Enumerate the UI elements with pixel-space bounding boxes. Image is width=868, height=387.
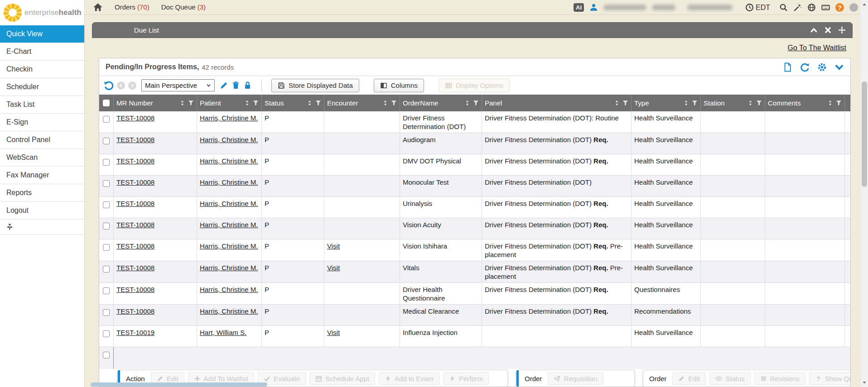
search-icon[interactable] [779,3,788,12]
perspective-select[interactable]: Main Perspective [141,79,215,91]
sort-icon[interactable] [307,100,312,106]
column-header-encounter[interactable]: Encounter [324,95,400,111]
patient-link[interactable]: Harris, Christine M. [200,136,258,143]
trash-icon[interactable] [231,81,240,90]
chevron-left-icon[interactable] [117,81,125,90]
patient-link[interactable]: Harris, Christine M. [200,178,258,186]
nav-item-doc-queue[interactable]: Doc Queue (3) [161,3,206,11]
mr-number-link[interactable]: TEST-10008 [116,136,154,143]
column-header-station[interactable]: Station [701,95,765,111]
mr-number-link[interactable]: TEST-10008 [116,200,154,207]
pencil-icon[interactable] [220,81,228,90]
scroll-up-icon[interactable] [862,2,867,7]
row-checkbox[interactable] [103,309,110,316]
home-icon[interactable] [93,2,103,12]
mr-number-link[interactable]: TEST-10008 [116,242,154,250]
patient-link[interactable]: Harris, Christine M. [200,286,258,293]
sidebar-item-e-sign[interactable]: E-Sign [0,114,84,131]
sort-icon[interactable] [383,100,388,106]
sidebar-item-scheduler[interactable]: Scheduler [0,78,84,96]
table-row[interactable]: TEST-10008Harris, Christine M.PVision Ac… [99,218,850,239]
mr-number-link[interactable]: TEST-10008 [116,178,154,186]
window-titlebar[interactable]: Due List [92,22,853,38]
filter-icon[interactable] [473,100,479,106]
table-row[interactable]: TEST-10008Harris, Christine M.PDMV DOT P… [99,154,850,176]
column-header-panel[interactable]: Panel [482,95,632,111]
patient-link[interactable]: Harris, Christine M. [200,221,258,229]
table-row[interactable]: TEST-10008Harris, Christine M.PVisitVita… [99,261,850,283]
schedule-appt-button[interactable]: Schedule Appt [309,372,375,385]
sidebar-item-reports[interactable]: Reports [0,184,84,202]
sidebar-item-quick-view[interactable]: Quick View [0,25,84,43]
edit-button[interactable]: Edit [672,372,706,385]
mr-number-link[interactable]: TEST-10008 [116,157,154,165]
undo-icon[interactable] [104,81,114,91]
close-icon[interactable] [824,26,832,34]
help-icon[interactable]: ? [835,3,844,12]
chevron-right-icon[interactable] [128,81,136,90]
encounter-link[interactable]: Visit [327,242,340,250]
sort-icon[interactable] [614,100,619,106]
avatar[interactable] [849,3,858,12]
filter-icon[interactable] [622,100,628,106]
sidebar-item-logout[interactable]: Logout [0,202,84,220]
refresh-icon[interactable] [800,62,810,72]
table-row[interactable]: TEST-10008Harris, Christine M.PAudiogram… [99,133,850,154]
lock-icon[interactable] [243,81,252,90]
add-to-exam-button[interactable]: Add to Exam [379,372,439,385]
gear-icon[interactable] [817,62,827,72]
pin-icon[interactable] [6,224,13,230]
sidebar-item-task-list[interactable]: Task List [0,96,84,114]
table-row[interactable]: TEST-10008Harris, Christine M.PUrinalysi… [99,197,850,218]
patient-link[interactable]: Harris, Christine M. [200,157,258,165]
vertical-scrollbar[interactable] [861,0,868,387]
row-checkbox[interactable] [103,352,110,358]
collapse-icon[interactable] [810,26,818,34]
perform-button[interactable]: Perform [443,372,489,385]
mr-number-link[interactable]: TEST-10008 [116,286,154,293]
horizontal-scrollbar-thumb[interactable] [91,382,267,387]
filter-icon[interactable] [391,100,397,106]
sort-icon[interactable] [465,100,470,106]
mr-number-link[interactable]: TEST-10008 [116,264,154,272]
row-checkbox[interactable] [103,180,110,187]
row-checkbox[interactable] [103,116,110,123]
show-questions-button[interactable]: ?Show Questions [809,372,851,385]
scroll-down-icon[interactable] [862,380,867,385]
sort-icon[interactable] [245,100,250,106]
table-row[interactable]: TEST-10008Harris, Christine M.PMonocular… [99,176,850,197]
sort-icon[interactable] [684,100,689,106]
store-displayed-data-button[interactable]: Store Displayed Data [271,79,359,92]
sidebar-item-e-chart[interactable]: E-Chart [0,43,84,61]
row-checkbox[interactable] [103,244,110,251]
column-header-mr-number[interactable]: MR Number [114,95,197,111]
sidebar-item-fax-manager[interactable]: Fax Manager [0,167,84,184]
filter-icon[interactable] [756,100,762,106]
sort-icon[interactable] [748,100,753,106]
patient-link[interactable]: Harris, Christine M. [200,264,258,272]
table-row[interactable]: TEST-10019Hart, William S.PVisitInfluenz… [99,326,850,347]
row-checkbox[interactable] [103,266,110,272]
mr-number-link[interactable]: TEST-10008 [116,114,154,122]
patient-link[interactable]: Harris, Christine M. [200,307,258,315]
table-row[interactable]: TEST-10008Harris, Christine M.PMedical C… [99,305,850,326]
column-header-patient[interactable]: Patient [197,95,262,111]
scrollbar-thumb[interactable] [862,81,867,187]
table-row[interactable]: TEST-10008Harris, Christine M.PVisitVisi… [99,239,850,261]
timezone-display[interactable]: EDT [745,3,770,12]
go-to-waitlist-link[interactable]: Go To The Waitlist [787,44,846,52]
new-page-icon[interactable] [783,62,792,72]
nav-item-orders[interactable]: Orders (70) [115,3,149,11]
status-button[interactable]: Status [709,372,751,385]
select-all-checkbox[interactable] [103,100,110,106]
sidebar-item-webscan[interactable]: WebScan [0,149,84,167]
encounter-link[interactable]: Visit [327,329,340,336]
filter-icon[interactable] [315,100,321,106]
sidebar-item-checkin[interactable]: Checkin [0,61,84,78]
column-header-type[interactable]: Type [632,95,701,111]
row-checkbox[interactable] [103,287,110,294]
row-checkbox[interactable] [103,138,110,144]
sort-icon[interactable] [828,100,833,106]
encounter-link[interactable]: Visit [327,264,340,272]
sidebar-item-control-panel[interactable]: Control Panel [0,131,84,149]
